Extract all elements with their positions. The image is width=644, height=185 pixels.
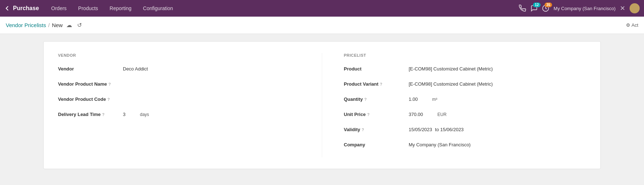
validity-value-group: 15/05/2023 to 15/06/2023 — [409, 127, 586, 132]
nav-products[interactable]: Products — [73, 3, 103, 13]
vendor-product-code-row: Vendor Product Code ? — [58, 96, 300, 107]
vendor-field-row: Vendor Deco Addict — [58, 66, 300, 76]
product-variant-label: Product Variant ? — [344, 81, 409, 87]
discard-button[interactable]: ↺ — [76, 21, 83, 29]
messages-badge: 12 — [533, 3, 541, 7]
company-row: Company My Company (San Francisco) — [344, 142, 586, 152]
unit-price-value-group: 370.00 EUR — [409, 112, 586, 117]
unit-price-currency: EUR — [438, 112, 447, 117]
vendor-column: VENDOR Vendor Deco Addict Vendor Product… — [58, 53, 322, 157]
unit-price-label: Unit Price ? — [344, 112, 409, 117]
brand-button[interactable]: Purchase — [4, 5, 39, 12]
breadcrumb-right: ⚙ Act — [626, 22, 638, 28]
validity-label: Validity ? — [344, 127, 409, 132]
breadcrumb-current: New — [52, 22, 63, 28]
validity-end: to 15/06/2023 — [435, 127, 464, 132]
vendor-product-code-label: Vendor Product Code ? — [58, 96, 123, 102]
action-menu-button[interactable]: ⚙ Act — [626, 22, 638, 28]
nav-configuration[interactable]: Configuration — [138, 3, 178, 13]
close-button[interactable]: ✕ — [620, 4, 625, 12]
save-manually-button[interactable]: ☁ — [65, 21, 74, 29]
delivery-lead-time-unit: days — [140, 112, 149, 117]
nav-reporting[interactable]: Reporting — [105, 3, 137, 13]
product-variant-value: [E-COM98] Customized Cabinet (Metric) — [409, 81, 586, 87]
activities-icon-button[interactable]: 35 — [542, 5, 549, 12]
delivery-lead-time-value-group: 3 days — [123, 112, 300, 117]
topnav-links: Orders Products Reporting Configuration — [46, 3, 519, 13]
unit-price-number: 370.00 — [409, 112, 423, 117]
unit-price-help[interactable]: ? — [367, 112, 370, 117]
vendor-product-code-help[interactable]: ? — [107, 97, 110, 102]
breadcrumb-left: Vendor Pricelists / New ☁ ↺ — [6, 21, 83, 29]
main-content: VENDOR Vendor Deco Addict Vendor Product… — [0, 34, 644, 185]
company-label: Company — [344, 142, 409, 147]
quantity-unit: m³ — [432, 97, 437, 102]
phone-icon-button[interactable] — [519, 5, 526, 12]
delivery-lead-time-row: Delivery Lead Time ? 3 days — [58, 112, 300, 122]
product-label: Product — [344, 66, 409, 72]
topnav: Purchase Orders Products Reporting Confi… — [0, 0, 644, 17]
form-columns: VENDOR Vendor Deco Addict Vendor Product… — [58, 53, 586, 157]
pricelist-section-label: PRICELIST — [344, 53, 586, 60]
avatar[interactable] — [630, 3, 640, 13]
delivery-lead-time-label: Delivery Lead Time ? — [58, 112, 123, 117]
vendor-product-name-help[interactable]: ? — [108, 82, 111, 86]
breadcrumb-bar: Vendor Pricelists / New ☁ ↺ ⚙ Act — [0, 17, 644, 34]
brand-label: Purchase — [13, 5, 39, 12]
validity-start: 15/05/2023 — [409, 127, 432, 132]
vendor-product-name-row: Vendor Product Name ? — [58, 81, 300, 91]
quantity-row: Quantity ? 1.00 m³ — [344, 96, 586, 107]
delivery-lead-time-help[interactable]: ? — [102, 112, 105, 117]
messages-icon-button[interactable]: 12 — [530, 5, 538, 12]
validity-row: Validity ? 15/05/2023 to 15/06/2023 — [344, 127, 586, 137]
quantity-label: Quantity ? — [344, 96, 409, 102]
product-value: [E-COM98] Customized Cabinet (Metric) — [409, 66, 586, 72]
vendor-label: Vendor — [58, 66, 123, 72]
topnav-right: 12 35 My Company (San Francisco) ✕ — [519, 3, 640, 13]
vendor-product-name-label: Vendor Product Name ? — [58, 81, 123, 87]
company-name[interactable]: My Company (San Francisco) — [554, 6, 616, 11]
form-card: VENDOR Vendor Deco Addict Vendor Product… — [43, 41, 601, 169]
quantity-value-group: 1.00 m³ — [409, 96, 586, 102]
activities-badge: 35 — [545, 3, 552, 7]
breadcrumb-parent[interactable]: Vendor Pricelists — [6, 22, 46, 28]
nav-orders[interactable]: Orders — [46, 3, 72, 13]
quantity-help[interactable]: ? — [364, 97, 367, 102]
unit-price-row: Unit Price ? 370.00 EUR — [344, 112, 586, 122]
delivery-lead-time-number: 3 — [123, 112, 125, 117]
quantity-number: 1.00 — [409, 96, 418, 102]
product-variant-row: Product Variant ? [E-COM98] Customized C… — [344, 81, 586, 91]
product-variant-help[interactable]: ? — [380, 82, 382, 86]
breadcrumb-separator: / — [48, 22, 50, 28]
pricelist-column: PRICELIST Product [E-COM98] Customized C… — [322, 53, 586, 157]
company-value: My Company (San Francisco) — [409, 142, 586, 147]
vendor-section-label: VENDOR — [58, 53, 300, 60]
vendor-value: Deco Addict — [123, 66, 300, 72]
validity-help[interactable]: ? — [362, 128, 364, 132]
product-field-row: Product [E-COM98] Customized Cabinet (Me… — [344, 66, 586, 76]
